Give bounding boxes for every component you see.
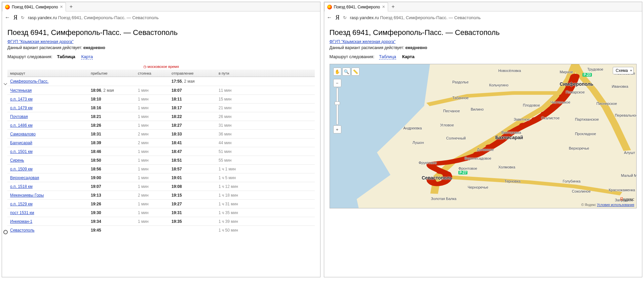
station-link[interactable]: о.п. 1501 км: [10, 149, 33, 154]
yandex-logo-icon[interactable]: Я: [336, 14, 340, 21]
station-cell: Инкерман-1: [8, 219, 89, 224]
station-cell: о.п. 1509 км: [8, 167, 89, 171]
zoom-track[interactable]: [336, 88, 338, 125]
departure-cell: 18:11: [169, 97, 217, 102]
stop-cell: 1 мин: [136, 158, 169, 163]
map-copyright: © Яндекс Условия использования: [581, 203, 634, 207]
arrival-cell: 18:16: [89, 106, 136, 110]
station-link[interactable]: Севастополь: [10, 228, 34, 233]
terms-link[interactable]: Условия использования: [597, 203, 634, 207]
table-row: Самохвалово18:312 мин18:3336 мин: [7, 129, 315, 138]
arrival-cell: 19:07: [89, 184, 136, 189]
close-icon[interactable]: ✕: [60, 5, 63, 9]
departure-cell: 18:27: [169, 123, 217, 128]
station-cell: Симферополь-Пасс.: [8, 79, 89, 84]
station-link[interactable]: о.п. 1509 км: [10, 167, 33, 171]
map-control-toolbar: ✋ 🔍 📏: [333, 68, 359, 76]
arrival-cell: 18:06, 2 мая: [89, 88, 136, 93]
station-link[interactable]: о.п. 1529 км: [10, 202, 33, 206]
arrival-cell: 18:50: [89, 158, 136, 163]
pan-tool-icon[interactable]: ✋: [333, 68, 341, 76]
station-link[interactable]: Мекензиевы Горы: [10, 193, 44, 198]
back-button[interactable]: ←: [5, 14, 10, 21]
new-tab-button[interactable]: +: [67, 4, 75, 10]
station-link[interactable]: Верхнесадовая: [10, 175, 39, 180]
svg-point-0: [571, 74, 579, 78]
yandex-logo-icon[interactable]: Я: [13, 14, 17, 21]
station-cell: о.п. 1486 км: [8, 123, 89, 128]
table-row: Сирень18:501 мин18:5155 мин: [7, 156, 315, 164]
stop-cell: 1 мин: [136, 114, 169, 119]
station-link[interactable]: Почтовая: [10, 114, 28, 119]
browser-tab[interactable]: Поезд 6941, Симферопо ✕: [324, 2, 388, 11]
station-link[interactable]: Инкерман-1: [10, 219, 32, 224]
table-row: Верхнесадовая19:001 мин19:011 ч 5 мин: [7, 173, 315, 182]
station-link[interactable]: о.п. 1479 км: [10, 106, 33, 110]
station-link[interactable]: Чистенькая: [10, 88, 32, 93]
mode-table[interactable]: Таблица: [379, 54, 396, 59]
ruler-tool-icon[interactable]: 📏: [351, 68, 359, 76]
departure-cell: 18:17: [169, 106, 217, 110]
travel-cell: 1 ч 5 мин: [217, 175, 257, 180]
stop-cell: 1 мин: [136, 184, 169, 189]
address-bar[interactable]: rasp.yandex.ru Поезд 6941, Симферополь-П…: [350, 15, 481, 20]
zoom-slider[interactable]: [335, 102, 340, 105]
station-link[interactable]: Сирень: [10, 158, 24, 163]
map-type-dropdown[interactable]: Схема: [613, 67, 634, 74]
carrier-link[interactable]: ФГУП "Крымская железная дорога": [330, 39, 395, 44]
station-link[interactable]: Самохвалово: [10, 132, 36, 136]
travel-cell: 1 ч 12 мин: [217, 184, 257, 189]
departure-cell: 18:51: [169, 158, 217, 163]
station-cell: Севастополь: [8, 228, 89, 233]
table-row: о.п. 1479 км18:161 мин18:1721 мин: [7, 103, 315, 112]
station-link[interactable]: о.п. 1486 км: [10, 123, 33, 128]
stop-cell: 1 мин: [136, 167, 169, 171]
table-row: Бахчисарай18:392 мин18:4144 мин: [7, 138, 315, 147]
station-link[interactable]: о.п. 1518 км: [10, 184, 33, 189]
back-button[interactable]: ←: [327, 14, 332, 21]
arrival-cell: 18:31: [89, 132, 136, 136]
station-cell: о.п. 1518 км: [8, 184, 89, 189]
road-badge: Р-23: [582, 73, 592, 77]
reload-icon[interactable]: ↻: [21, 15, 25, 20]
travel-cell: 1 ч 1 мин: [217, 167, 257, 171]
travel-cell: 15 мин: [217, 97, 257, 102]
departure-cell: 18:33: [169, 132, 217, 136]
route-map[interactable]: СимферопольБахчисарайСевастопольНовосёло…: [330, 64, 637, 208]
station-link[interactable]: о.п. 1473 км: [10, 97, 33, 102]
address-bar[interactable]: rasp.yandex.ru Поезд 6941, Симферополь-П…: [28, 15, 159, 20]
svg-point-6: [519, 123, 527, 126]
reload-icon[interactable]: ↻: [343, 15, 347, 20]
schedule-note: Данный вариант расписания действует: еже…: [7, 45, 315, 50]
nav-bar: ← Я ↻ rasp.yandex.ru Поезд 6941, Симферо…: [324, 11, 642, 24]
mode-map[interactable]: Карта: [81, 54, 93, 59]
station-cell: о.п. 1501 км: [8, 149, 89, 154]
departure-cell: 19:15: [169, 193, 217, 198]
station-link[interactable]: пост 1531 км: [10, 210, 34, 215]
station-cell: Почтовая: [8, 114, 89, 119]
carrier-link[interactable]: ФГУП "Крымская железная дорога": [7, 39, 73, 44]
travel-cell: 11 мин: [217, 88, 257, 93]
departure-cell: 18:41: [169, 140, 217, 145]
svg-point-17: [437, 182, 444, 185]
station-cell: о.п. 1479 км: [8, 106, 89, 110]
new-tab-button[interactable]: +: [389, 4, 397, 10]
station-link[interactable]: Бахчисарай: [10, 140, 32, 145]
page-title: Поезд 6941, Симферополь-Пасс. — Севастоп…: [330, 28, 637, 37]
browser-tab[interactable]: Поезд 6941, Симферопо ✕: [2, 2, 66, 11]
favicon-icon: [5, 5, 10, 9]
svg-point-7: [507, 130, 514, 133]
table-row: о.п. 1501 км18:461 мин18:4751 мин: [7, 147, 315, 156]
travel-cell: 1 ч 50 мин: [217, 228, 257, 233]
table-row: о.п. 1473 км18:101 мин18:1115 мин: [7, 94, 315, 103]
close-icon[interactable]: ✕: [382, 5, 385, 9]
zoom-out-button[interactable]: −: [333, 79, 341, 87]
station-link[interactable]: Симферополь-Пасс.: [10, 79, 48, 84]
search-tool-icon[interactable]: 🔍: [342, 68, 350, 76]
stop-cell: 1 мин: [136, 106, 169, 110]
zoom-in-button[interactable]: +: [333, 125, 341, 133]
table-row: пост 1531 км19:301 мин19:311 ч 35 мин: [7, 208, 315, 217]
station-cell: Верхнесадовая: [8, 175, 89, 180]
svg-point-8: [497, 137, 506, 141]
departure-cell: 19:01: [169, 175, 217, 180]
